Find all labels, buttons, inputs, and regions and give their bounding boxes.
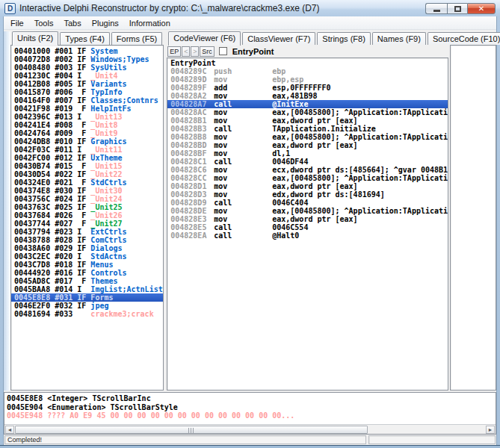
code-header-line[interactable]: EntryPoint	[170, 59, 448, 67]
maximize-button[interactable]	[447, 3, 467, 14]
menu-item-information[interactable]: Information	[124, 17, 176, 29]
code-line-004828c6[interactable]: 004828C6movecx,dword ptr ds:[485664]; ^g…	[170, 166, 448, 174]
code-line-004828bd[interactable]: 004828BDmoveax,dword ptr [eax]	[170, 141, 448, 149]
unit-row-sysutils[interactable]: 00408480 #003 IF SysUtils	[14, 63, 163, 72]
code-line-004828b3[interactable]: 004828B3callTApplication.Initialize	[170, 125, 448, 133]
unit-row-menus[interactable]: 0043C7D8 #018 IF Menus	[14, 261, 163, 269]
nav-forward-button[interactable]: >	[191, 46, 199, 57]
unit-name: Dialogs	[90, 244, 122, 252]
entrypoint-checkbox[interactable]	[219, 47, 227, 55]
scrollbar-thumb[interactable]	[15, 426, 368, 434]
tab-classviewer-f7[interactable]: ClassViewer (F7)	[242, 32, 315, 45]
unit-row-unit8[interactable]: 004241E4 #008 F _Unit8	[14, 121, 163, 129]
unit-row-comctrls[interactable]: 00438788 #028 IF ComCtrls	[14, 236, 163, 244]
code-operands: eax,dword ptr [eax]	[272, 141, 448, 149]
unit-row-unit26[interactable]: 00437684 #026 F _Unit26	[14, 211, 163, 220]
unit-row-unit15[interactable]: 00430B74 #015 F _Unit15	[14, 162, 163, 170]
code-line-004828e3[interactable]: 004828E3moveax,dword ptr [eax]	[170, 215, 448, 223]
code-line-004828c1[interactable]: 004828C1call0046DF44	[170, 158, 448, 166]
code-line-004828a2[interactable]: 004828A2moveax,481B98	[170, 92, 448, 100]
unit-name: _Unit11	[90, 146, 122, 154]
tab-sourcecode-f10[interactable]: SourceCode (F10)	[428, 32, 500, 45]
code-line-004828e5[interactable]: 004828E5call0046C554	[170, 223, 448, 231]
unit-row-unit11[interactable]: 0042F03C #011 I _Unit11	[14, 146, 163, 154]
tab-names-f9[interactable]: Names (F9)	[372, 32, 426, 45]
unit-row-helpintfs[interactable]: 00421F98 #019 F HelpIntFs	[14, 105, 163, 113]
scroll-left-arrow-icon[interactable]: ◄	[5, 426, 14, 434]
unit-row-unit22[interactable]: 00430D54 #022 IF _Unit22	[14, 170, 163, 178]
unit-name: UxTheme	[90, 154, 122, 162]
code-line-004828de[interactable]: 004828DEmoveax,[00485800]; ^Application:…	[170, 207, 448, 215]
ep-button[interactable]: EP	[167, 46, 181, 57]
menu-item-tabs[interactable]: Tabs	[58, 17, 86, 29]
unit-name: Variants	[90, 80, 126, 88]
code-line-004828b1[interactable]: 004828B1moveax,dword ptr [eax]	[170, 116, 448, 125]
unit-row-themes[interactable]: 0045AD8C #017 F Themes	[14, 277, 163, 285]
unit-row-jpeg[interactable]: 0046E2F0 #032 IF jpeg	[14, 302, 163, 310]
unit-row-meta: 00438A60 #029 IF	[14, 244, 90, 252]
unit-row-unit9[interactable]: 00424764 #009 F _Unit9	[14, 129, 163, 137]
menu-item-file[interactable]: File	[5, 17, 29, 29]
info-line[interactable]: 0045E948 ???? A0 E9 45 00 00 00 00 00 00…	[7, 411, 496, 420]
code-line-0048289c[interactable]: 0048289Cpushebp	[170, 67, 448, 75]
close-button[interactable]: ✕	[467, 3, 496, 14]
code-line-004828d3[interactable]: 004828D3movedx,dword ptr ds:[481694]	[170, 190, 448, 199]
unit-row-unit4[interactable]: 0041230C #004 I _Unit4	[14, 72, 163, 80]
code-operands: edx,dword ptr ds:[481694]	[272, 190, 448, 199]
code-line-004828bf[interactable]: 004828BFmovdl,1	[170, 149, 448, 158]
main-area: Units (F2)Types (F4)Forms (F5) 00401000 …	[4, 30, 496, 391]
unit-row-imglist-actnlist[interactable]: 0045BAA8 #014 I ImgList;ActnList	[14, 285, 163, 293]
unit-row-meta: 004164F0 #007 IF	[14, 96, 90, 105]
unit-row-classes-contnrs[interactable]: 004164F0 #007 IF Classes;Contnrs	[14, 96, 163, 105]
unit-row-uxtheme[interactable]: 0042FC00 #012 IF UxTheme	[14, 154, 163, 162]
code-line-0048289d[interactable]: 0048289Dmovebp,esp	[170, 75, 448, 84]
horizontal-scrollbar[interactable]: ◄ ►	[4, 424, 496, 434]
unit-row-crackme3-crack[interactable]: 00481694 #033 crackme3;crack	[14, 310, 163, 318]
unit-row-windows-types[interactable]: 004072D8 #002 IF Windows;Types	[14, 55, 163, 63]
code-line-004828a7[interactable]: 004828A7call@InitExe	[167, 100, 448, 108]
scroll-right-arrow-icon[interactable]: ►	[486, 426, 495, 434]
left-scroll-strip[interactable]	[4, 31, 10, 391]
unit-row-stdactns[interactable]: 0043C2EC #020 I StdActns	[14, 252, 163, 261]
unit-row-unit24[interactable]: 0043756C #024 IF _Unit24	[14, 195, 163, 203]
unit-row-unit13[interactable]: 0042396C #013 I _Unit13	[14, 113, 163, 121]
unit-row-typinfo[interactable]: 00415870 #006 F TypInfo	[14, 88, 163, 96]
unit-row-unit25[interactable]: 0043763C #025 IF _Unit25	[14, 203, 163, 211]
code-line-004828cc[interactable]: 004828CCmoveax,[00485800]; ^Application:…	[170, 174, 448, 182]
menu-item-tools[interactable]: Tools	[29, 17, 59, 29]
unit-row-system[interactable]: 00401000 #001 IF System	[14, 47, 163, 55]
unit-row-unit30[interactable]: 004374E8 #030 IF _Unit30	[14, 187, 163, 195]
unit-row-dialogs[interactable]: 00438A60 #029 IF Dialogs	[14, 244, 163, 252]
nav-back-button[interactable]: <	[182, 46, 190, 57]
code-line-004828d9[interactable]: 004828D9call0046C404	[170, 199, 448, 207]
tab-codeviewer-f6[interactable]: CodeViewer (F6)	[168, 31, 241, 46]
unit-row-controls[interactable]: 00444920 #016 IF Controls	[14, 269, 163, 277]
code-mnemonic: mov	[214, 190, 272, 199]
unit-row-stdctrls[interactable]: 004324E0 #021 F StdCtrls	[14, 178, 163, 187]
unit-name: _Unit30	[90, 187, 122, 195]
tab-strings-f8[interactable]: Strings (F8)	[317, 32, 370, 45]
tab-types-f4[interactable]: Types (F4)	[60, 32, 110, 45]
tab-units-f2[interactable]: Units (F2)	[12, 31, 58, 46]
unit-row-unit27[interactable]: 00437744 #027 F _Unit27	[14, 220, 163, 228]
unit-row-variants[interactable]: 00412B08 #005 IF Variants	[14, 80, 163, 88]
right-tab-bar: CodeViewer (F6)ClassViewer (F7)Strings (…	[167, 31, 448, 45]
title-bar[interactable]: D Interactive Delphi Reconstructor by cr…	[0, 0, 500, 16]
app-body: FileToolsTabsPluginsInformation Units (F…	[3, 16, 497, 445]
code-line-004828d1[interactable]: 004828D1moveax,dword ptr [eax]	[170, 182, 448, 190]
src-button[interactable]: Src	[200, 46, 214, 57]
menu-item-plugins[interactable]: Plugins	[87, 17, 124, 29]
code-line-004828b8[interactable]: 004828B8moveax,[00485800]; ^Application:…	[170, 133, 448, 141]
unit-row-forms[interactable]: 0045E8E8 #031 IF Forms	[11, 293, 163, 302]
info-line[interactable]: 0045E904 <Enumeration> TScrollBarStyle	[7, 403, 496, 412]
minimize-button[interactable]	[425, 3, 447, 14]
unit-row-graphics[interactable]: 00424DB8 #010 IF Graphics	[14, 137, 163, 146]
window-bottom-border	[0, 445, 500, 448]
code-line-004828ac[interactable]: 004828ACmoveax,[00485800]; ^Application:…	[170, 108, 448, 116]
code-line-004828ea[interactable]: 004828EAcall@Halt0	[170, 231, 448, 240]
unit-row-extctrls[interactable]: 00437794 #023 I ExtCtrls	[14, 228, 163, 236]
info-line[interactable]: 0045E8E8 <Integer> TScrollBarInc	[7, 394, 496, 403]
app-window: D Interactive Delphi Reconstructor by cr…	[0, 0, 500, 448]
code-line-0048289f[interactable]: 0048289Faddesp,0FFFFFFF0	[170, 84, 448, 92]
tab-forms-f5[interactable]: Forms (F5)	[111, 32, 162, 45]
